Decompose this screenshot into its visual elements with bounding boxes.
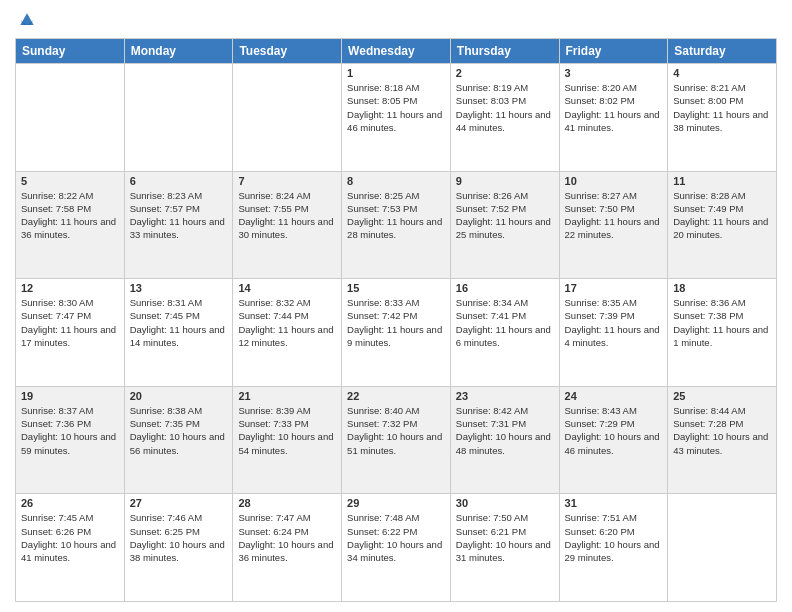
- sunrise-info: Sunrise: 8:28 AM: [673, 189, 771, 202]
- daylight-hours: Daylight: 10 hours and 56 minutes.: [130, 430, 228, 457]
- sunset-info: Sunset: 7:44 PM: [238, 309, 336, 322]
- day-info: Sunrise: 7:48 AMSunset: 6:22 PMDaylight:…: [347, 511, 445, 564]
- calendar-cell: 19Sunrise: 8:37 AMSunset: 7:36 PMDayligh…: [16, 386, 125, 494]
- day-number: 8: [347, 175, 445, 187]
- day-info: Sunrise: 7:50 AMSunset: 6:21 PMDaylight:…: [456, 511, 554, 564]
- day-number: 9: [456, 175, 554, 187]
- day-info: Sunrise: 8:44 AMSunset: 7:28 PMDaylight:…: [673, 404, 771, 457]
- day-number: 3: [565, 67, 663, 79]
- daylight-hours: Daylight: 11 hours and 46 minutes.: [347, 108, 445, 135]
- day-info: Sunrise: 8:38 AMSunset: 7:35 PMDaylight:…: [130, 404, 228, 457]
- svg-marker-0: [20, 13, 33, 25]
- calendar-cell: 5Sunrise: 8:22 AMSunset: 7:58 PMDaylight…: [16, 171, 125, 279]
- calendar-cell: [16, 64, 125, 172]
- day-info: Sunrise: 8:39 AMSunset: 7:33 PMDaylight:…: [238, 404, 336, 457]
- daylight-hours: Daylight: 10 hours and 48 minutes.: [456, 430, 554, 457]
- day-info: Sunrise: 7:45 AMSunset: 6:26 PMDaylight:…: [21, 511, 119, 564]
- sunset-info: Sunset: 7:58 PM: [21, 202, 119, 215]
- sunrise-info: Sunrise: 8:35 AM: [565, 296, 663, 309]
- calendar-cell: 3Sunrise: 8:20 AMSunset: 8:02 PMDaylight…: [559, 64, 668, 172]
- page: SundayMondayTuesdayWednesdayThursdayFrid…: [0, 0, 792, 612]
- daylight-hours: Daylight: 10 hours and 29 minutes.: [565, 538, 663, 565]
- sunrise-info: Sunrise: 8:22 AM: [21, 189, 119, 202]
- calendar-cell: 28Sunrise: 7:47 AMSunset: 6:24 PMDayligh…: [233, 494, 342, 602]
- day-number: 16: [456, 282, 554, 294]
- sunset-info: Sunset: 6:20 PM: [565, 525, 663, 538]
- day-info: Sunrise: 7:46 AMSunset: 6:25 PMDaylight:…: [130, 511, 228, 564]
- day-number: 22: [347, 390, 445, 402]
- sunrise-info: Sunrise: 7:48 AM: [347, 511, 445, 524]
- day-number: 14: [238, 282, 336, 294]
- weekday-header-thursday: Thursday: [450, 39, 559, 64]
- sunset-info: Sunset: 6:24 PM: [238, 525, 336, 538]
- day-info: Sunrise: 8:19 AMSunset: 8:03 PMDaylight:…: [456, 81, 554, 134]
- daylight-hours: Daylight: 11 hours and 41 minutes.: [565, 108, 663, 135]
- day-number: 15: [347, 282, 445, 294]
- day-number: 12: [21, 282, 119, 294]
- calendar-cell: 6Sunrise: 8:23 AMSunset: 7:57 PMDaylight…: [124, 171, 233, 279]
- daylight-hours: Daylight: 11 hours and 17 minutes.: [21, 323, 119, 350]
- sunset-info: Sunset: 8:05 PM: [347, 94, 445, 107]
- sunrise-info: Sunrise: 8:36 AM: [673, 296, 771, 309]
- calendar-cell: 1Sunrise: 8:18 AMSunset: 8:05 PMDaylight…: [342, 64, 451, 172]
- sunset-info: Sunset: 7:50 PM: [565, 202, 663, 215]
- sunset-info: Sunset: 7:29 PM: [565, 417, 663, 430]
- sunset-info: Sunset: 7:45 PM: [130, 309, 228, 322]
- sunrise-info: Sunrise: 8:32 AM: [238, 296, 336, 309]
- calendar-cell: 24Sunrise: 8:43 AMSunset: 7:29 PMDayligh…: [559, 386, 668, 494]
- day-number: 25: [673, 390, 771, 402]
- sunrise-info: Sunrise: 8:27 AM: [565, 189, 663, 202]
- calendar-cell: 15Sunrise: 8:33 AMSunset: 7:42 PMDayligh…: [342, 279, 451, 387]
- calendar-cell: 16Sunrise: 8:34 AMSunset: 7:41 PMDayligh…: [450, 279, 559, 387]
- sunset-info: Sunset: 7:31 PM: [456, 417, 554, 430]
- day-number: 10: [565, 175, 663, 187]
- calendar-cell: 13Sunrise: 8:31 AMSunset: 7:45 PMDayligh…: [124, 279, 233, 387]
- day-number: 20: [130, 390, 228, 402]
- daylight-hours: Daylight: 11 hours and 25 minutes.: [456, 215, 554, 242]
- daylight-hours: Daylight: 11 hours and 9 minutes.: [347, 323, 445, 350]
- daylight-hours: Daylight: 11 hours and 38 minutes.: [673, 108, 771, 135]
- sunset-info: Sunset: 6:25 PM: [130, 525, 228, 538]
- calendar-week-0: 1Sunrise: 8:18 AMSunset: 8:05 PMDaylight…: [16, 64, 777, 172]
- daylight-hours: Daylight: 11 hours and 36 minutes.: [21, 215, 119, 242]
- calendar-cell: 25Sunrise: 8:44 AMSunset: 7:28 PMDayligh…: [668, 386, 777, 494]
- sunrise-info: Sunrise: 7:46 AM: [130, 511, 228, 524]
- sunrise-info: Sunrise: 8:38 AM: [130, 404, 228, 417]
- sunset-info: Sunset: 8:03 PM: [456, 94, 554, 107]
- day-number: 24: [565, 390, 663, 402]
- calendar-cell: 11Sunrise: 8:28 AMSunset: 7:49 PMDayligh…: [668, 171, 777, 279]
- sunset-info: Sunset: 7:55 PM: [238, 202, 336, 215]
- weekday-header-tuesday: Tuesday: [233, 39, 342, 64]
- day-number: 23: [456, 390, 554, 402]
- daylight-hours: Daylight: 10 hours and 36 minutes.: [238, 538, 336, 565]
- sunset-info: Sunset: 7:32 PM: [347, 417, 445, 430]
- sunrise-info: Sunrise: 8:20 AM: [565, 81, 663, 94]
- sunrise-info: Sunrise: 8:39 AM: [238, 404, 336, 417]
- daylight-hours: Daylight: 11 hours and 6 minutes.: [456, 323, 554, 350]
- day-number: 17: [565, 282, 663, 294]
- calendar-week-4: 26Sunrise: 7:45 AMSunset: 6:26 PMDayligh…: [16, 494, 777, 602]
- weekday-header-wednesday: Wednesday: [342, 39, 451, 64]
- daylight-hours: Daylight: 10 hours and 59 minutes.: [21, 430, 119, 457]
- calendar-cell: 26Sunrise: 7:45 AMSunset: 6:26 PMDayligh…: [16, 494, 125, 602]
- sunrise-info: Sunrise: 8:43 AM: [565, 404, 663, 417]
- day-info: Sunrise: 8:31 AMSunset: 7:45 PMDaylight:…: [130, 296, 228, 349]
- daylight-hours: Daylight: 11 hours and 44 minutes.: [456, 108, 554, 135]
- daylight-hours: Daylight: 10 hours and 34 minutes.: [347, 538, 445, 565]
- sunset-info: Sunset: 6:22 PM: [347, 525, 445, 538]
- calendar-cell: 22Sunrise: 8:40 AMSunset: 7:32 PMDayligh…: [342, 386, 451, 494]
- daylight-hours: Daylight: 10 hours and 51 minutes.: [347, 430, 445, 457]
- day-number: 18: [673, 282, 771, 294]
- sunrise-info: Sunrise: 8:30 AM: [21, 296, 119, 309]
- daylight-hours: Daylight: 11 hours and 1 minute.: [673, 323, 771, 350]
- sunrise-info: Sunrise: 8:23 AM: [130, 189, 228, 202]
- sunrise-info: Sunrise: 8:24 AM: [238, 189, 336, 202]
- sunset-info: Sunset: 6:21 PM: [456, 525, 554, 538]
- day-number: 21: [238, 390, 336, 402]
- day-info: Sunrise: 8:42 AMSunset: 7:31 PMDaylight:…: [456, 404, 554, 457]
- day-info: Sunrise: 8:40 AMSunset: 7:32 PMDaylight:…: [347, 404, 445, 457]
- sunset-info: Sunset: 6:26 PM: [21, 525, 119, 538]
- calendar-cell: 27Sunrise: 7:46 AMSunset: 6:25 PMDayligh…: [124, 494, 233, 602]
- day-number: 6: [130, 175, 228, 187]
- sunrise-info: Sunrise: 8:34 AM: [456, 296, 554, 309]
